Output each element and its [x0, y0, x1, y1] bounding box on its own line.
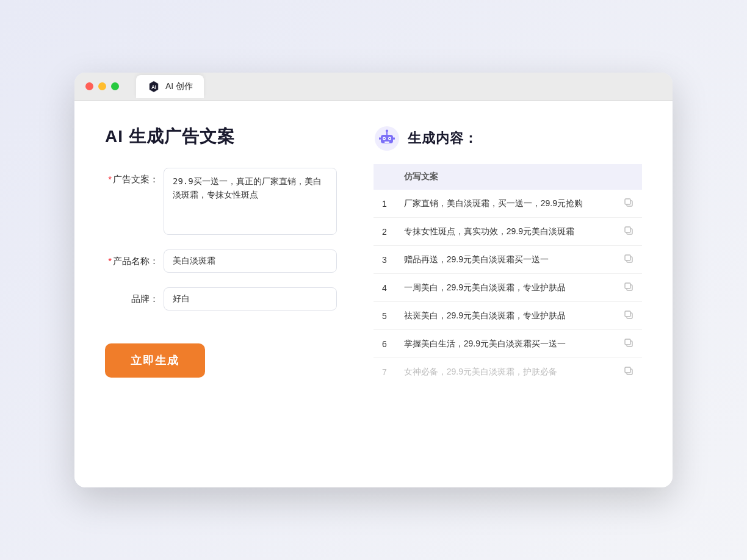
table-row: 7女神必备，29.9元美白淡斑霜，护肤必备: [374, 358, 642, 386]
row-number: 4: [374, 274, 395, 302]
results-table: 仿写文案 1厂家直销，美白淡斑霜，买一送一，29.9元抢购2专抹女性斑点，真实功…: [374, 164, 642, 386]
col-num-header: [374, 164, 395, 190]
svg-rect-11: [379, 137, 381, 140]
right-title: 生成内容：: [408, 129, 478, 148]
table-row: 4一周美白，29.9元美白淡斑霜，专业护肤品: [374, 274, 642, 302]
required-star-1: *: [108, 174, 112, 184]
svg-point-7: [389, 138, 391, 139]
svg-rect-10: [384, 142, 389, 143]
copy-button[interactable]: [615, 274, 642, 302]
svg-rect-26: [625, 367, 630, 373]
copy-button[interactable]: [615, 358, 642, 386]
product-name-input[interactable]: [164, 249, 337, 273]
row-text: 厂家直销，美白淡斑霜，买一送一，29.9元抢购: [395, 190, 615, 218]
brand-input[interactable]: [164, 287, 337, 311]
form-group-product-name: *产品名称：: [105, 249, 337, 273]
label-brand: 品牌：: [105, 287, 159, 305]
row-number: 7: [374, 358, 395, 386]
browser-content: AI 生成广告文案 *广告文案： 29.9买一送一，真正的厂家直销，美白淡斑霜，…: [74, 101, 673, 487]
copy-button[interactable]: [615, 190, 642, 218]
col-text-header: 仿写文案: [395, 164, 615, 190]
robot-icon: [374, 125, 400, 152]
row-number: 3: [374, 246, 395, 274]
main-layout: AI 生成广告文案 *广告文案： 29.9买一送一，真正的厂家直销，美白淡斑霜，…: [105, 125, 642, 386]
copy-button[interactable]: [615, 330, 642, 358]
row-text: 祛斑美白，29.9元美白淡斑霜，专业护肤品: [395, 302, 615, 330]
col-copy-header: [615, 164, 642, 190]
tab-ai-create[interactable]: AI AI 创作: [136, 75, 204, 98]
svg-rect-12: [393, 137, 395, 140]
svg-rect-20: [625, 283, 630, 289]
copy-button[interactable]: [615, 246, 642, 274]
table-row: 1厂家直销，美白淡斑霜，买一送一，29.9元抢购: [374, 190, 642, 218]
ai-tab-icon: AI: [147, 80, 161, 93]
left-panel: AI 生成广告文案 *广告文案： 29.9买一送一，真正的厂家直销，美白淡斑霜，…: [105, 125, 337, 386]
generate-button[interactable]: 立即生成: [105, 343, 205, 378]
tab-label: AI 创作: [165, 81, 193, 92]
row-number: 2: [374, 218, 395, 246]
browser-window: AI AI 创作 AI 生成广告文案 *广告文案： 29.9买一送一，真正的厂家…: [74, 73, 673, 487]
form-group-ad-copy: *广告文案： 29.9买一送一，真正的厂家直销，美白淡斑霜，专抹女性斑点: [105, 168, 337, 235]
table-row: 2专抹女性斑点，真实功效，29.9元美白淡斑霜: [374, 218, 642, 246]
row-number: 6: [374, 330, 395, 358]
copy-button[interactable]: [615, 218, 642, 246]
svg-rect-24: [625, 339, 630, 345]
label-product-name: *产品名称：: [105, 249, 159, 267]
svg-point-6: [384, 138, 385, 139]
svg-rect-14: [625, 199, 630, 204]
minimize-button[interactable]: [98, 82, 106, 90]
svg-text:AI: AI: [151, 84, 156, 90]
row-number: 5: [374, 302, 395, 330]
svg-rect-16: [625, 227, 630, 232]
row-number: 1: [374, 190, 395, 218]
label-ad-copy: *广告文案：: [105, 168, 159, 185]
svg-point-9: [386, 130, 388, 132]
form-group-brand: 品牌：: [105, 287, 337, 311]
table-row: 5祛斑美白，29.9元美白淡斑霜，专业护肤品: [374, 302, 642, 330]
row-text: 掌握美白生活，29.9元美白淡斑霜买一送一: [395, 330, 615, 358]
row-text: 女神必备，29.9元美白淡斑霜，护肤必备: [395, 358, 615, 386]
copy-button[interactable]: [615, 302, 642, 330]
table-row: 6掌握美白生活，29.9元美白淡斑霜买一送一: [374, 330, 642, 358]
table-row: 3赠品再送，29.9元美白淡斑霜买一送一: [374, 246, 642, 274]
required-star-2: *: [108, 256, 112, 266]
right-panel: 生成内容： 仿写文案 1厂家直销，美白淡斑霜，买一送一，29.9元抢购2专抹女性…: [374, 125, 642, 386]
ad-copy-input[interactable]: 29.9买一送一，真正的厂家直销，美白淡斑霜，专抹女性斑点: [164, 168, 337, 235]
row-text: 专抹女性斑点，真实功效，29.9元美白淡斑霜: [395, 218, 615, 246]
svg-rect-18: [625, 255, 630, 260]
row-text: 一周美白，29.9元美白淡斑霜，专业护肤品: [395, 274, 615, 302]
svg-rect-22: [625, 311, 630, 317]
row-text: 赠品再送，29.9元美白淡斑霜买一送一: [395, 246, 615, 274]
right-header: 生成内容：: [374, 125, 642, 152]
maximize-button[interactable]: [111, 82, 119, 90]
titlebar: AI AI 创作: [74, 73, 673, 101]
close-button[interactable]: [85, 82, 93, 90]
page-title: AI 生成广告文案: [105, 125, 337, 148]
